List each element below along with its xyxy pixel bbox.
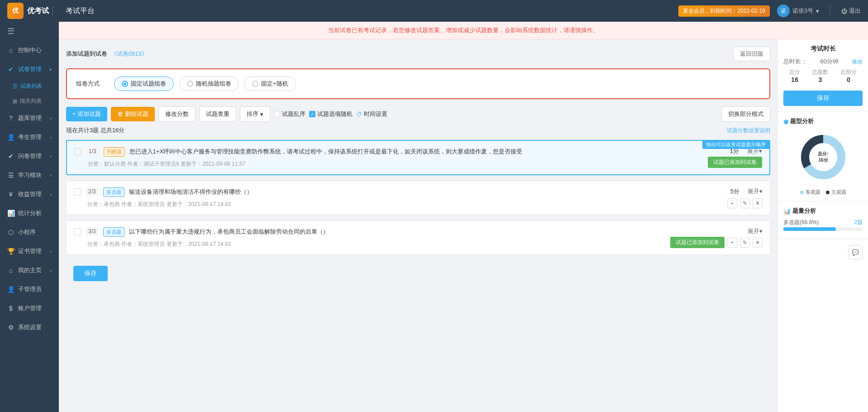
save-bottom: 保存: [66, 260, 770, 287]
sidebar-item-revenue[interactable]: ¥ 收益管理 ›: [0, 185, 59, 204]
question-checkbox-1[interactable]: [74, 148, 81, 155]
dollar-icon: $: [7, 305, 14, 312]
edit-time-button[interactable]: 修改: [852, 58, 863, 66]
sort-button[interactable]: 排序 ▾: [240, 106, 270, 122]
total-questions-col: 总题数 3: [812, 68, 828, 83]
logout-button[interactable]: ⏻ 退出: [841, 7, 861, 15]
main: 当前试卷已有考试记录，若您修改试题答案、增加或减少试题数量，会影响系统数据统计，…: [59, 22, 868, 412]
question-actions-2: ＋ ✎ ✕: [727, 198, 763, 208]
sidebar-item-question-bank[interactable]: ? 题库管理 ›: [0, 109, 59, 128]
question-card-1: 拖动可以改变试题显示顺序 1/3 判断题 您已进入1+X呼叫中心客户服务与管理技…: [66, 140, 770, 175]
bar-track: [783, 227, 863, 231]
question-expand-2[interactable]: 展开▾: [748, 187, 763, 196]
radio-fixed-random[interactable]: 固定+随机: [244, 77, 296, 91]
question-text-1: 您已进入1+X呼叫中心客户服务与管理技能竞赛防作弊系统，请考试过程中，保持该系统…: [129, 147, 716, 157]
bar-fill: [783, 227, 836, 231]
question-meta-2: 分类：承包商 作者：系统管理员 更新于：2021-08-17 14:42: [87, 201, 763, 208]
total-score-label: 总分: [789, 68, 800, 76]
sidebar-item-pass-list[interactable]: ⊠ 闯关列表: [0, 94, 59, 109]
add-to-exam-icon-2[interactable]: ＋: [727, 198, 737, 208]
sidebar-item-exam-list[interactable]: ☰ 试卷列表: [0, 79, 59, 94]
add-to-exam-icon-3[interactable]: ＋: [727, 238, 737, 248]
back-old-version-button[interactable]: 返回旧版: [733, 47, 770, 61]
radio-random[interactable]: 随机抽题组卷: [179, 77, 239, 91]
edit-icon-2[interactable]: ✎: [740, 198, 750, 208]
user-info: 诺 诺依3号 ▾: [777, 5, 819, 17]
delete-icon-2[interactable]: ✕: [753, 198, 763, 208]
subjective-dot: [826, 191, 830, 194]
time-setting-label: 时间设置: [364, 110, 387, 118]
avatar: 诺: [777, 5, 790, 17]
sidebar-item-account[interactable]: $ 账户管理: [0, 299, 59, 318]
learning-icon: ☰: [7, 172, 14, 179]
save-right-button[interactable]: 保存: [783, 91, 863, 106]
sidebar-item-label: 证书管理: [18, 247, 42, 255]
edit-icon-3[interactable]: ✎: [740, 238, 750, 248]
total-time-value: 60分钟: [820, 57, 838, 66]
sidebar-item-dashboard[interactable]: ⌂ 控制中心: [0, 41, 59, 60]
sidebar-item-learning[interactable]: ☰ 学习模块 ›: [0, 166, 59, 185]
bar-count: 2题: [854, 219, 863, 226]
bar-type-label: 多选题(66.6%): [783, 219, 819, 226]
sidebar-sub-label: 试卷列表: [20, 82, 42, 90]
sidebar-item-exam-mgmt[interactable]: ✔ 试卷管理 ▾: [0, 60, 59, 79]
question-expand-3[interactable]: 展开▾: [748, 227, 763, 235]
total-questions-value: 3: [812, 76, 828, 83]
sidebar-item-sub-admin[interactable]: 👤 子管理员: [0, 280, 59, 299]
delete-icon-3[interactable]: ✕: [753, 238, 763, 248]
type-analysis-title: ◉ 题型分析: [783, 117, 863, 125]
radio-dot-random: [187, 81, 193, 87]
group-mode-panel: 组卷方式 固定试题组卷 随机抽题组卷 固定+随机: [66, 68, 770, 99]
sidebar-item-mini-app[interactable]: ⬡ 小程序: [0, 223, 59, 242]
sidebar-item-student-mgmt[interactable]: 👤 考生管理 ›: [0, 128, 59, 147]
sidebar-item-question-mgmt[interactable]: ✔ 问卷管理 ›: [0, 147, 59, 166]
added-badge-3: 试题已添加到试卷: [670, 237, 725, 248]
donut-svg: 总分: 16分: [796, 130, 850, 184]
breadcrumb-text: 添加试题到试卷 《试卷0913》: [66, 50, 148, 58]
added-badge-1: 试题已添加到试卷: [708, 157, 762, 168]
right-panel: 考试时长 总时长： 60分钟 修改 总分 16 总题数 3: [777, 39, 868, 412]
question-meta-1: 分类：默认分类 作者：测试子管理员6 更新于：2021-09-06 11:57: [88, 160, 762, 168]
time-setting[interactable]: ⏱ 时间设置: [356, 110, 387, 118]
chat-icon[interactable]: 💬: [848, 245, 863, 259]
sidebar: ☰ ⌂ 控制中心 ✔ 试卷管理 ▾ ☰ 试卷列表 ⊠ 闯关列表 ? 题库管理 ›…: [0, 22, 59, 412]
add-question-button[interactable]: + 添加试题: [66, 107, 107, 121]
chevron-right-icon6: ›: [50, 249, 52, 254]
sidebar-item-my-home[interactable]: ⌂ 我的主页 ›: [0, 261, 59, 280]
shuffle-checkbox[interactable]: 试题乱序: [274, 110, 305, 118]
svg-text:总分:: 总分:: [817, 151, 828, 156]
total-score-col: 总分 16: [789, 68, 800, 83]
notice-text: 当前试卷已有考试记录，若您修改试题答案、增加或减少试题数量，会影响系统数据统计，…: [328, 27, 599, 34]
question-card-2: 2/3 多选题 输送设备清理和场地清洁不得作业的有哪些（） 5分 展开▾ 分类：…: [66, 181, 770, 215]
sidebar-item-label: 试卷管理: [18, 65, 42, 73]
sidebar-item-label: 系统设置: [18, 323, 42, 331]
switch-mode-button[interactable]: 切换部分模式: [721, 106, 770, 122]
admin-icon: 👤: [7, 286, 14, 293]
menu-toggle-button[interactable]: ☰: [0, 22, 59, 41]
recheck-button[interactable]: 试题查重: [199, 106, 236, 122]
question-checkbox-3[interactable]: [74, 228, 81, 235]
total-parts-value: 0: [840, 76, 857, 83]
chevron-right-icon3: ›: [50, 154, 52, 159]
delete-question-button[interactable]: 🗑 删除试题: [111, 107, 155, 121]
sidebar-item-cert[interactable]: 🏆 证书管理 ›: [0, 242, 59, 261]
save-bottom-button[interactable]: 保存: [73, 266, 108, 281]
logo: 优 优考试: [7, 3, 49, 19]
shuffle-label: 试题乱序: [282, 110, 305, 118]
question-actions-1: 试题已添加到试卷: [708, 157, 762, 168]
score-setting-link[interactable]: 试题分数设置说明: [727, 127, 770, 134]
sidebar-item-stats[interactable]: 📊 统计分析: [0, 204, 59, 223]
user-name[interactable]: 诺依3号: [792, 7, 813, 15]
radio-fixed[interactable]: 固定试题组卷: [114, 77, 174, 91]
sidebar-sub-label: 闯关列表: [20, 97, 42, 105]
gear-icon: ⚙: [7, 324, 14, 331]
question-checkbox-2[interactable]: [74, 188, 81, 196]
modify-score-button[interactable]: 修改分数: [158, 106, 196, 122]
sidebar-item-label: 小程序: [18, 228, 36, 236]
radio-fixed-label: 固定试题组卷: [131, 80, 166, 88]
sidebar-item-settings[interactable]: ⚙ 系统设置: [0, 318, 59, 337]
content-area: 添加试题到试卷 《试卷0913》 返回旧版 组卷方式 固定试题组卷 随机抽题组卷: [59, 39, 868, 412]
revenue-icon: ¥: [7, 191, 14, 198]
option-random-checkbox[interactable]: ✓ 试题选项随机: [309, 110, 353, 118]
sidebar-item-label: 考生管理: [18, 133, 42, 141]
